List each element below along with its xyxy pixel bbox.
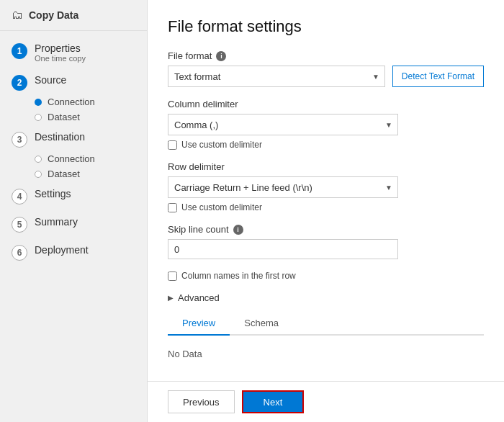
file-format-row: Text format ▼ Detect Text Format [168, 66, 484, 87]
next-button[interactable]: Next [242, 390, 305, 413]
step-number-6: 6 [12, 245, 27, 261]
source-subitem-dataset[interactable]: Dataset [35, 112, 147, 122]
sidebar-nav: 1 Properties One time copy 2 Source Conn… [0, 31, 147, 272]
sidebar-item-destination[interactable]: 3 Destination [0, 125, 147, 153]
footer: Previous Next [148, 381, 504, 422]
main-content: File format settings File format i Text … [148, 0, 504, 422]
row-delimiter-section: Row delimiter Carriage Return + Line fee… [168, 161, 484, 212]
destination-subitem-dataset[interactable]: Dataset [35, 169, 147, 179]
dest-connection-dot [35, 156, 42, 163]
row-custom-delimiter-checkbox[interactable] [168, 203, 177, 212]
dataset-dot [35, 114, 42, 121]
step-number-1: 1 [12, 43, 27, 59]
dest-dataset-label: Dataset [48, 169, 80, 179]
main-inner: File format settings File format i Text … [148, 0, 504, 381]
skip-line-count-input[interactable] [168, 239, 398, 259]
step-number-4: 4 [12, 189, 27, 205]
first-row-checkbox[interactable] [168, 271, 177, 281]
column-delimiter-label: Column delimiter [168, 99, 484, 109]
app-title: Copy Data [29, 9, 78, 21]
file-format-label: File format i [168, 50, 484, 61]
column-delimiter-select-wrapper: Comma (,) ▼ [168, 114, 398, 135]
step-label-summary: Summary [35, 216, 78, 228]
sidebar-item-deployment[interactable]: 6 Deployment [0, 238, 147, 266]
tabs-container: Preview Schema [168, 312, 484, 336]
column-delimiter-section: Column delimiter Comma (,) ▼ Use custom … [168, 99, 484, 150]
advanced-toggle[interactable]: ▶ Advanced [168, 292, 484, 303]
column-custom-delimiter-label: Use custom delimiter [181, 140, 262, 150]
dataset-label: Dataset [48, 112, 80, 122]
sidebar-item-source[interactable]: 2 Source [0, 68, 147, 96]
advanced-triangle-icon: ▶ [168, 294, 174, 302]
column-custom-delimiter-row: Use custom delimiter [168, 140, 484, 150]
sidebar-header: 🗂 Copy Data [0, 0, 147, 31]
destination-subitem-connection[interactable]: Connection [35, 153, 147, 164]
sidebar-item-settings[interactable]: 4 Settings [0, 182, 147, 210]
step-label-settings: Settings [35, 188, 71, 199]
row-delimiter-select-wrapper: Carriage Return + Line feed (\r\n) ▼ [168, 176, 398, 198]
file-format-section: File format i Text format ▼ Detect Text … [168, 50, 484, 87]
first-row-checkbox-row: Column names in the first row [168, 271, 484, 281]
file-format-info-icon: i [216, 51, 226, 61]
source-subitem-connection[interactable]: Connection [35, 96, 147, 107]
row-custom-delimiter-label: Use custom delimiter [181, 202, 262, 212]
connection-dot [35, 99, 42, 106]
file-format-select-wrapper: Text format ▼ [168, 66, 385, 87]
step-number-2: 2 [12, 75, 27, 91]
copy-data-icon: 🗂 [12, 9, 23, 22]
dest-dataset-dot [35, 171, 42, 178]
file-format-select[interactable]: Text format [168, 66, 385, 87]
step-label-group-2: Source [35, 74, 66, 86]
step-label-group-3: Destination [35, 131, 85, 143]
detect-text-format-button[interactable]: Detect Text Format [392, 66, 484, 87]
connection-label: Connection [48, 96, 95, 107]
step-number-3: 3 [12, 132, 27, 148]
step-number-5: 5 [12, 217, 27, 233]
column-delimiter-select[interactable]: Comma (,) [168, 114, 398, 135]
row-delimiter-label: Row delimiter [168, 161, 484, 172]
step-label-group-1: Properties One time copy [35, 42, 86, 63]
row-delimiter-select[interactable]: Carriage Return + Line feed (\r\n) [168, 176, 398, 198]
sidebar: 🗂 Copy Data 1 Properties One time copy 2… [0, 0, 148, 422]
sidebar-item-properties[interactable]: 1 Properties One time copy [0, 37, 147, 68]
dest-connection-label: Connection [48, 153, 95, 164]
step-sublabel-properties: One time copy [35, 54, 86, 63]
step-label-source: Source [35, 74, 66, 86]
skip-line-count-label: Skip line count i [168, 224, 484, 235]
source-subitems: Connection Dataset [0, 96, 147, 122]
skip-line-count-section: Skip line count i [168, 224, 484, 259]
tab-schema[interactable]: Schema [230, 312, 293, 336]
step-label-deployment: Deployment [35, 244, 89, 256]
no-data-text: No Data [168, 343, 484, 365]
previous-button[interactable]: Previous [168, 390, 235, 413]
skip-line-count-info-icon: i [233, 225, 243, 235]
step-label-properties: Properties [35, 42, 86, 54]
page-title: File format settings [168, 17, 484, 36]
destination-subitems: Connection Dataset [0, 153, 147, 179]
row-custom-delimiter-row: Use custom delimiter [168, 202, 484, 212]
sidebar-item-summary[interactable]: 5 Summary [0, 210, 147, 238]
advanced-label: Advanced [178, 292, 220, 303]
first-row-label: Column names in the first row [181, 271, 296, 281]
column-custom-delimiter-checkbox[interactable] [168, 140, 177, 150]
tab-preview[interactable]: Preview [168, 312, 230, 336]
step-label-destination: Destination [35, 131, 85, 143]
